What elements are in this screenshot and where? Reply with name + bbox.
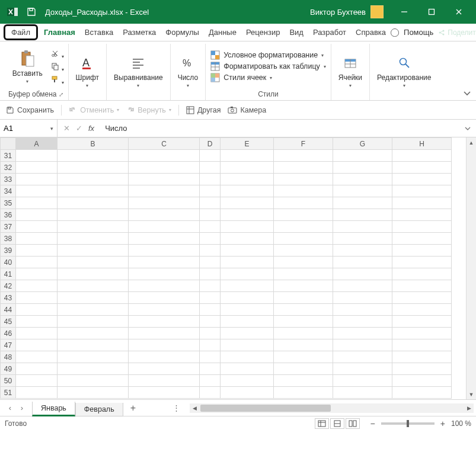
cell[interactable] xyxy=(333,351,392,363)
cell[interactable] xyxy=(200,221,221,233)
cell[interactable] xyxy=(16,185,57,197)
cell[interactable] xyxy=(274,162,333,174)
cell[interactable] xyxy=(333,162,392,174)
qat-undo[interactable]: Отменить ▾ xyxy=(69,106,119,114)
cell[interactable] xyxy=(274,209,333,221)
cell[interactable] xyxy=(129,268,200,280)
number-button[interactable]: % Число ▾ xyxy=(175,52,201,89)
scroll-left-icon[interactable]: ◀ xyxy=(190,405,199,411)
cell[interactable] xyxy=(129,375,200,387)
row-header[interactable]: 51 xyxy=(1,387,16,399)
cell[interactable] xyxy=(392,280,452,292)
cell[interactable] xyxy=(200,150,221,162)
close-button[interactable] xyxy=(445,0,472,24)
row-header[interactable]: 32 xyxy=(1,162,16,174)
cell[interactable] xyxy=(57,292,129,304)
cell[interactable] xyxy=(200,351,221,363)
copy-icon[interactable] xyxy=(49,61,62,72)
cell[interactable] xyxy=(57,363,129,375)
row-header[interactable]: 41 xyxy=(1,268,16,280)
row-header[interactable]: 37 xyxy=(1,221,16,233)
cell[interactable] xyxy=(129,197,200,209)
cell[interactable] xyxy=(16,339,57,351)
cell[interactable] xyxy=(16,351,57,363)
cell[interactable] xyxy=(221,245,274,257)
cell[interactable] xyxy=(392,363,452,375)
cell[interactable] xyxy=(333,197,392,209)
cell[interactable] xyxy=(16,316,57,328)
cell[interactable] xyxy=(16,221,57,233)
tab-view[interactable]: Вид xyxy=(285,24,308,41)
cell[interactable] xyxy=(57,339,129,351)
vertical-scrollbar[interactable]: ▲ ▼ xyxy=(466,137,476,399)
cell[interactable] xyxy=(57,245,129,257)
cell[interactable] xyxy=(57,150,129,162)
cell[interactable] xyxy=(221,339,274,351)
cell[interactable] xyxy=(333,221,392,233)
cell[interactable] xyxy=(392,162,452,174)
cell[interactable] xyxy=(221,328,274,339)
cell[interactable] xyxy=(129,209,200,221)
cell[interactable] xyxy=(129,185,200,197)
cell[interactable] xyxy=(57,162,129,174)
cell[interactable] xyxy=(333,304,392,316)
tab-file[interactable]: Файл xyxy=(4,24,38,40)
cell[interactable] xyxy=(221,209,274,221)
col-header[interactable]: H xyxy=(392,138,452,150)
scroll-right-icon[interactable]: ▶ xyxy=(464,405,474,411)
cell[interactable] xyxy=(200,339,221,351)
cell[interactable] xyxy=(16,233,57,245)
cell[interactable] xyxy=(200,185,221,197)
cell[interactable] xyxy=(392,304,452,316)
save-icon[interactable] xyxy=(26,7,37,17)
cell[interactable] xyxy=(129,292,200,304)
cell[interactable] xyxy=(333,209,392,221)
tab-developer[interactable]: Разработ xyxy=(308,24,351,41)
cell[interactable] xyxy=(200,280,221,292)
zoom-in-button[interactable]: + xyxy=(438,419,448,428)
cell[interactable] xyxy=(274,174,333,185)
cell[interactable] xyxy=(200,197,221,209)
maximize-button[interactable] xyxy=(418,0,445,24)
cell[interactable] xyxy=(221,221,274,233)
cell[interactable] xyxy=(274,375,333,387)
zoom-control[interactable]: − + 100 % xyxy=(368,419,471,428)
horizontal-scrollbar[interactable]: ◀ ▶ xyxy=(190,403,474,413)
cell[interactable] xyxy=(200,316,221,328)
cell[interactable] xyxy=(221,280,274,292)
row-header[interactable]: 49 xyxy=(1,363,16,375)
formula-input[interactable]: Число xyxy=(100,124,459,133)
cell[interactable] xyxy=(333,387,392,399)
cell[interactable] xyxy=(200,304,221,316)
row-header[interactable]: 40 xyxy=(1,257,16,268)
fx-icon[interactable]: fx xyxy=(88,124,94,133)
cell[interactable] xyxy=(333,363,392,375)
cell[interactable] xyxy=(392,221,452,233)
cell[interactable] xyxy=(274,339,333,351)
cell[interactable] xyxy=(221,292,274,304)
paste-button[interactable]: Вставить ▾ xyxy=(10,48,45,85)
cells-button[interactable]: Ячейки ▾ xyxy=(336,52,365,89)
tab-formulas[interactable]: Формулы xyxy=(161,24,204,41)
cell[interactable] xyxy=(16,197,57,209)
cell[interactable] xyxy=(221,387,274,399)
cell[interactable] xyxy=(221,233,274,245)
cell[interactable] xyxy=(274,150,333,162)
cell[interactable] xyxy=(200,387,221,399)
cell[interactable] xyxy=(392,150,452,162)
sheet-nav-prev[interactable]: ‹ xyxy=(5,403,15,412)
row-header[interactable]: 36 xyxy=(1,209,16,221)
col-header[interactable]: B xyxy=(57,138,129,150)
row-header[interactable]: 47 xyxy=(1,339,16,351)
cell[interactable] xyxy=(392,174,452,185)
cell[interactable] xyxy=(274,268,333,280)
cell[interactable] xyxy=(57,185,129,197)
cell[interactable] xyxy=(274,185,333,197)
row-header[interactable]: 35 xyxy=(1,197,16,209)
cell[interactable] xyxy=(392,316,452,328)
font-button[interactable]: A Шрифт ▾ xyxy=(74,52,101,89)
cell[interactable] xyxy=(333,185,392,197)
col-header[interactable]: D xyxy=(200,138,221,150)
hscroll-thumb[interactable] xyxy=(200,405,331,412)
chevron-down-icon[interactable]: ▾ xyxy=(50,126,53,132)
